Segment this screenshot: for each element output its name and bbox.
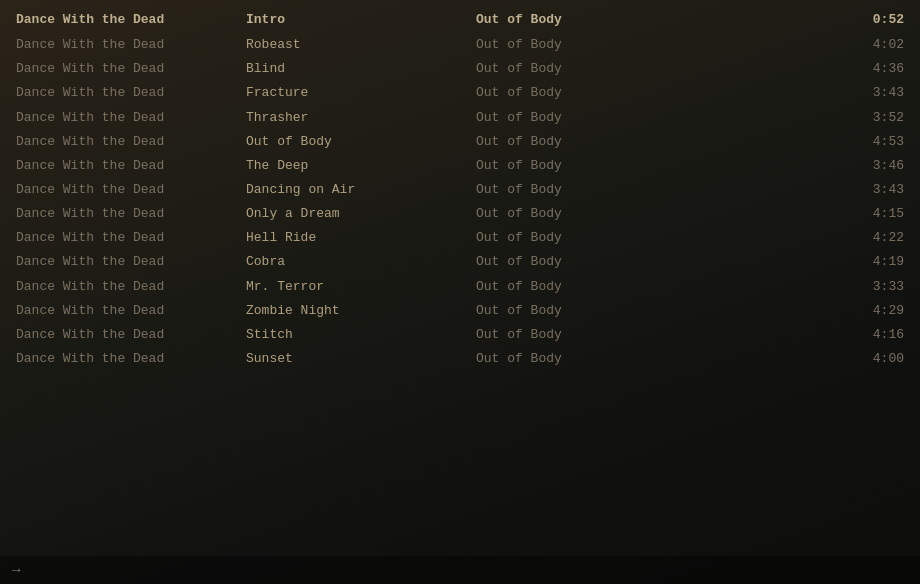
track-title: Mr. Terror bbox=[246, 277, 476, 297]
track-artist: Dance With the Dead bbox=[16, 132, 246, 152]
header-album: Out of Body bbox=[476, 10, 676, 30]
track-list: Dance With the Dead Intro Out of Body 0:… bbox=[0, 0, 920, 379]
track-duration: 3:43 bbox=[676, 180, 904, 200]
track-title: Zombie Night bbox=[246, 301, 476, 321]
table-row[interactable]: Dance With the DeadZombie NightOut of Bo… bbox=[0, 299, 920, 323]
track-duration: 3:46 bbox=[676, 156, 904, 176]
track-album: Out of Body bbox=[476, 252, 676, 272]
table-row[interactable]: Dance With the DeadSunsetOut of Body4:00 bbox=[0, 347, 920, 371]
track-duration: 3:33 bbox=[676, 277, 904, 297]
track-duration: 4:36 bbox=[676, 59, 904, 79]
track-title: Dancing on Air bbox=[246, 180, 476, 200]
track-album: Out of Body bbox=[476, 277, 676, 297]
track-artist: Dance With the Dead bbox=[16, 156, 246, 176]
table-row[interactable]: Dance With the DeadOut of BodyOut of Bod… bbox=[0, 130, 920, 154]
track-artist: Dance With the Dead bbox=[16, 252, 246, 272]
table-row[interactable]: Dance With the DeadFractureOut of Body3:… bbox=[0, 81, 920, 105]
table-row[interactable]: Dance With the DeadOnly a DreamOut of Bo… bbox=[0, 202, 920, 226]
track-title: Sunset bbox=[246, 349, 476, 369]
track-album: Out of Body bbox=[476, 325, 676, 345]
track-title: Blind bbox=[246, 59, 476, 79]
header-duration: 0:52 bbox=[676, 10, 904, 30]
table-row[interactable]: Dance With the DeadBlindOut of Body4:36 bbox=[0, 57, 920, 81]
track-artist: Dance With the Dead bbox=[16, 83, 246, 103]
track-artist: Dance With the Dead bbox=[16, 35, 246, 55]
header-artist: Dance With the Dead bbox=[16, 10, 246, 30]
track-duration: 4:00 bbox=[676, 349, 904, 369]
track-album: Out of Body bbox=[476, 349, 676, 369]
track-duration: 4:15 bbox=[676, 204, 904, 224]
track-artist: Dance With the Dead bbox=[16, 59, 246, 79]
track-list-header: Dance With the Dead Intro Out of Body 0:… bbox=[0, 8, 920, 33]
header-title: Intro bbox=[246, 10, 476, 30]
track-album: Out of Body bbox=[476, 156, 676, 176]
table-row[interactable]: Dance With the DeadDancing on AirOut of … bbox=[0, 178, 920, 202]
track-album: Out of Body bbox=[476, 108, 676, 128]
track-album: Out of Body bbox=[476, 301, 676, 321]
table-row[interactable]: Dance With the DeadHell RideOut of Body4… bbox=[0, 226, 920, 250]
track-duration: 3:43 bbox=[676, 83, 904, 103]
track-artist: Dance With the Dead bbox=[16, 228, 246, 248]
track-title: Only a Dream bbox=[246, 204, 476, 224]
table-row[interactable]: Dance With the DeadStitchOut of Body4:16 bbox=[0, 323, 920, 347]
track-title: Cobra bbox=[246, 252, 476, 272]
track-title: Robeast bbox=[246, 35, 476, 55]
track-artist: Dance With the Dead bbox=[16, 301, 246, 321]
track-title: The Deep bbox=[246, 156, 476, 176]
track-artist: Dance With the Dead bbox=[16, 180, 246, 200]
track-title: Out of Body bbox=[246, 132, 476, 152]
track-album: Out of Body bbox=[476, 59, 676, 79]
track-duration: 4:19 bbox=[676, 252, 904, 272]
track-duration: 4:22 bbox=[676, 228, 904, 248]
table-row[interactable]: Dance With the DeadMr. TerrorOut of Body… bbox=[0, 275, 920, 299]
track-album: Out of Body bbox=[476, 204, 676, 224]
bottom-bar: → bbox=[0, 556, 920, 584]
track-album: Out of Body bbox=[476, 228, 676, 248]
track-duration: 4:29 bbox=[676, 301, 904, 321]
table-row[interactable]: Dance With the DeadThrasherOut of Body3:… bbox=[0, 106, 920, 130]
table-row[interactable]: Dance With the DeadRobeastOut of Body4:0… bbox=[0, 33, 920, 57]
arrow-icon: → bbox=[12, 562, 20, 578]
track-title: Stitch bbox=[246, 325, 476, 345]
track-title: Hell Ride bbox=[246, 228, 476, 248]
track-album: Out of Body bbox=[476, 180, 676, 200]
track-title: Fracture bbox=[246, 83, 476, 103]
track-duration: 4:16 bbox=[676, 325, 904, 345]
track-duration: 3:52 bbox=[676, 108, 904, 128]
track-artist: Dance With the Dead bbox=[16, 204, 246, 224]
track-title: Thrasher bbox=[246, 108, 476, 128]
track-artist: Dance With the Dead bbox=[16, 349, 246, 369]
track-artist: Dance With the Dead bbox=[16, 108, 246, 128]
track-artist: Dance With the Dead bbox=[16, 325, 246, 345]
track-album: Out of Body bbox=[476, 35, 676, 55]
table-row[interactable]: Dance With the DeadThe DeepOut of Body3:… bbox=[0, 154, 920, 178]
track-album: Out of Body bbox=[476, 132, 676, 152]
track-album: Out of Body bbox=[476, 83, 676, 103]
track-duration: 4:02 bbox=[676, 35, 904, 55]
track-artist: Dance With the Dead bbox=[16, 277, 246, 297]
track-duration: 4:53 bbox=[676, 132, 904, 152]
table-row[interactable]: Dance With the DeadCobraOut of Body4:19 bbox=[0, 250, 920, 274]
